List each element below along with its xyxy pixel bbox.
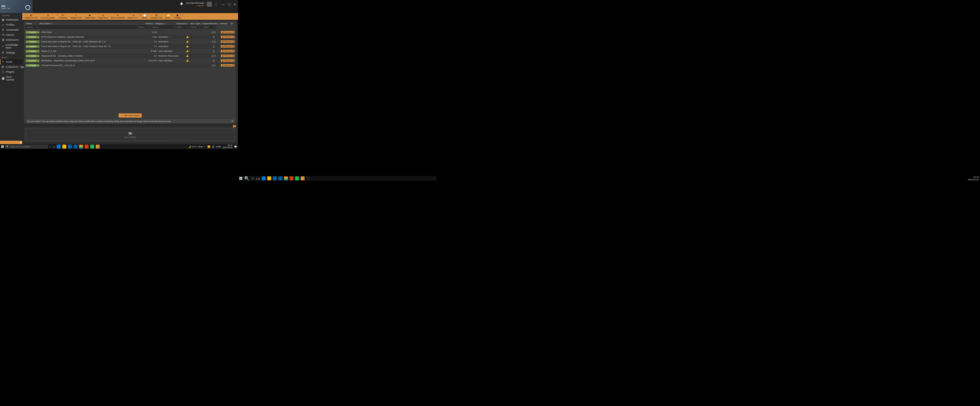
remove-caret[interactable]: ▾ [233,54,235,57]
table-row[interactable]: Enabled▾SexLabFrameworkSE_v163 (2).7z⊞⬆R… [24,63,236,68]
toolbar-categories[interactable]: 🏷Categories [57,13,69,20]
enabled-caret[interactable]: ▾ [37,31,40,34]
toolbar-import[interactable]: ⇥Import From... [126,13,140,20]
mod-deps[interactable]: ⊞ [207,45,221,48]
table-row[interactable]: Enabled▾PapyrusUtil AE - Scripting Utili… [24,53,236,58]
bell-icon[interactable] [180,2,183,6]
toolbar-history[interactable]: 🕑History [140,13,149,20]
sidebar-item-knowledge[interactable]: ?Knowledge Base [0,42,22,50]
mail-icon[interactable] [278,176,282,180]
filter-status[interactable]: Select... [25,26,39,29]
remove-button[interactable]: Remove [221,40,233,43]
remove-button[interactable]: Remove [221,36,233,38]
action-center-icon[interactable]: 💬 [234,145,237,148]
enabled-caret[interactable]: ▾ [37,54,40,58]
spotify-icon[interactable] [90,145,94,149]
th-status[interactable]: Status [25,22,40,25]
clock[interactable]: 20:49 26/04/2022 [223,144,232,149]
explorer-icon[interactable] [62,145,66,149]
vortex-icon[interactable] [301,176,305,180]
filter-deps[interactable]: Select... [202,26,216,29]
edge-icon[interactable] [57,145,61,149]
enabled-caret[interactable]: ▾ [37,36,40,38]
steam-icon[interactable] [306,176,310,180]
minimize-button[interactable]: — [222,3,225,6]
drop-collapse[interactable]: ▾ [233,125,236,127]
toolbar-open[interactable]: 📁Open... [164,13,173,20]
remove-caret[interactable]: ▾ [233,31,235,34]
volume-icon[interactable]: 🔊 [212,145,215,148]
cortana-icon[interactable]: ○ [251,176,254,181]
enabled-button[interactable]: Enabled [25,54,37,58]
sidebar-item-savegames[interactable]: 💾Save Games [0,74,22,82]
store-icon[interactable] [273,176,277,180]
toolbar-manage-rules[interactable]: ≡Manage Rules [69,13,84,20]
th-endorsed[interactable]: Endorsed▴▾ [177,22,191,25]
table-row[interactable]: Enabled▾RaceMenu - RaceMenu Anniversary … [24,58,236,63]
chevron-up-icon[interactable]: ^ [205,145,206,148]
enabled-button[interactable]: Enabled [25,50,37,53]
th-version[interactable]: Version [139,22,153,25]
windows-icon[interactable] [239,177,242,180]
th-name[interactable]: Mod Name▴▾ [40,22,139,25]
enabled-button[interactable]: Enabled [25,59,37,62]
chrome-icon[interactable] [79,145,83,149]
remove-caret[interactable]: ▾ [233,45,235,48]
avatar[interactable] [207,2,212,7]
sidebar-item-mods[interactable]: ✎Mods [0,59,22,64]
get-more-mods-button[interactable]: ＋Get more mods [119,113,142,118]
sidebar-item-extensions[interactable]: ▧Extensions [0,37,22,42]
toolbar-check-updates[interactable]: ⟳Check for Update... [39,13,57,20]
mod-deps[interactable]: ⊞ [207,36,221,38]
store-icon[interactable] [73,145,77,149]
sidebar-item-downloads[interactable]: ⬇Downloads [0,27,22,32]
sidebar-item-settings[interactable]: ⚙Settings [0,50,22,55]
chrome-icon[interactable] [284,176,288,180]
column-settings[interactable]: ⚙ [231,22,235,25]
mod-deps[interactable]: ⊞⬆ [207,31,221,34]
office-icon[interactable] [84,145,89,149]
clock-local[interactable]: 20:49 26/04/2022 [968,176,979,181]
enabled-button[interactable]: Enabled [25,64,37,67]
mail-icon[interactable] [68,145,72,149]
enabled-caret[interactable]: ▾ [37,64,40,67]
remove-caret[interactable]: ▾ [233,50,235,53]
th-modtype[interactable]: Mod Type▴▾ [191,22,203,25]
remove-button[interactable]: Remove [221,50,233,53]
office-icon[interactable] [290,176,293,180]
enabled-button[interactable]: Enabled [25,31,37,34]
sidebar-collapse[interactable]: ◀ [0,141,22,144]
remove-caret[interactable]: ▾ [233,40,235,43]
tip-close-button[interactable]: ✕ [231,120,234,123]
toolbar-deploy[interactable]: ▶Deploy Mods [84,13,97,20]
explorer-icon[interactable] [267,176,271,180]
mod-deps[interactable]: ⊞ [207,50,221,53]
weather-widget[interactable]: 🌙 12°C Clear [188,145,203,148]
mod-deps[interactable]: ⊞⬆ [207,40,221,43]
close-button[interactable]: ✕ [233,3,236,6]
mod-endorsed[interactable]: 👍 [180,40,194,43]
remove-caret[interactable]: ▾ [233,59,235,62]
taskview-icon[interactable]: ▭ [53,145,55,148]
toolbar-reset-manifest[interactable]: ↺Reset to manifest [110,13,126,20]
mod-endorsed[interactable]: 👍 [180,50,194,53]
enabled-caret[interactable]: ▾ [37,40,40,43]
filter-category[interactable]: Select... [151,26,175,29]
remove-button[interactable]: Remove [221,31,233,34]
spotify-icon[interactable] [295,176,299,180]
enabled-caret[interactable]: ▾ [37,50,40,53]
enabled-button[interactable]: Enabled [25,36,37,38]
sidebar-item-collections[interactable]: ▥CollectionsAlpha [0,64,22,69]
taskbar-search[interactable]: 🔍 Type here to search [5,145,48,149]
mod-endorsed[interactable]: 👍 [180,54,194,57]
toolbar-fnis[interactable]: ⚙Configure FNIS [149,13,164,20]
table-row[interactable]: Enabled▾Fores New Idles in Skyrim SE - F… [24,44,236,49]
enabled-button[interactable]: Enabled [25,40,37,43]
filter-name[interactable] [40,26,137,29]
edge-icon[interactable] [262,176,266,180]
maximize-button[interactable]: ▢ [228,3,231,6]
remove-button[interactable]: Remove [221,45,233,48]
sidebar-item-games[interactable]: 🎮Games [0,32,22,37]
sidebar-item-dashboard[interactable]: ▦Dashboard [0,17,22,22]
enabled-caret[interactable]: ▾ [37,45,40,48]
